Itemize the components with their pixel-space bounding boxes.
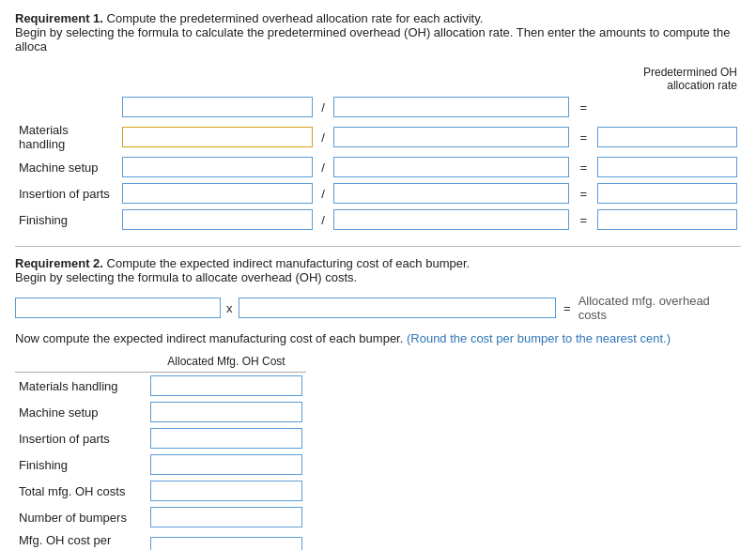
req2-col-header-row: Allocated Mfg. OH Cost bbox=[15, 353, 306, 373]
req2-row-bumpers: Number of bumpers bbox=[15, 504, 306, 530]
req1-result-materials[interactable] bbox=[597, 127, 737, 147]
req2-input-total[interactable] bbox=[150, 481, 302, 501]
req2-label-materials: Materials handling bbox=[15, 373, 147, 400]
req2-intro: Begin by selecting the formula to alloca… bbox=[15, 270, 741, 284]
req1-formula-input1[interactable] bbox=[122, 97, 313, 117]
req2-allocated-label: Allocated mfg. overhead costs bbox=[579, 294, 741, 322]
req1-label-finishing: Finishing bbox=[15, 206, 118, 233]
req2-input-finishing[interactable] bbox=[150, 454, 302, 475]
req2-title: Requirement 2. Compute the expected indi… bbox=[15, 256, 741, 270]
req1-formula-row: / = bbox=[15, 94, 741, 120]
req2-row-finishing: Finishing bbox=[15, 451, 306, 478]
req1-input1-machine[interactable] bbox=[122, 157, 313, 177]
req1-formula-input2[interactable] bbox=[333, 97, 569, 117]
req2-row-insertion: Insertion of parts bbox=[15, 425, 306, 451]
req1-table: Predetermined OH allocation rate / = Mat… bbox=[15, 63, 741, 233]
req2-label-finishing: Finishing bbox=[15, 451, 147, 478]
req1-slash: / bbox=[316, 94, 330, 120]
req1-label-machine: Machine setup bbox=[15, 154, 118, 180]
header-line1: Predetermined OH bbox=[597, 66, 737, 79]
req1-header-row: Predetermined OH allocation rate bbox=[15, 63, 741, 94]
req2-label-bumpers: Number of bumpers bbox=[15, 504, 147, 530]
req1-input2-machine[interactable] bbox=[333, 157, 569, 177]
req1-result-finishing[interactable] bbox=[597, 209, 737, 230]
req2-input-materials[interactable] bbox=[150, 375, 302, 396]
req1-row-insertion: Insertion of parts / = bbox=[15, 180, 741, 206]
req2-row-machine: Machine setup bbox=[15, 399, 306, 425]
req2-now-text: Now compute the expected indirect manufa… bbox=[15, 331, 741, 345]
req1-input2-finishing[interactable] bbox=[333, 209, 569, 230]
req2-formula-input2[interactable] bbox=[239, 298, 557, 318]
req2-label-machine: Machine setup bbox=[15, 399, 147, 425]
req2-times: x bbox=[226, 301, 233, 315]
req2-formula-input1[interactable] bbox=[15, 298, 221, 318]
req2-input-insertion[interactable] bbox=[150, 428, 302, 449]
divider1 bbox=[15, 246, 741, 247]
req1-input1-finishing[interactable] bbox=[122, 209, 313, 230]
req2-col-header: Allocated Mfg. OH Cost bbox=[147, 353, 306, 373]
req1-input2-materials[interactable] bbox=[333, 127, 569, 147]
req2-row-materials: Materials handling bbox=[15, 373, 306, 400]
req1-row-finishing: Finishing / = bbox=[15, 206, 741, 233]
req1-label-insertion: Insertion of parts bbox=[15, 180, 118, 206]
req1-result-machine[interactable] bbox=[597, 157, 737, 177]
header-line2: allocation rate bbox=[597, 79, 737, 92]
req2-input-bumpers[interactable] bbox=[150, 507, 302, 527]
req2-label-total: Total mfg. OH costs bbox=[15, 478, 147, 504]
req1-input1-insertion[interactable] bbox=[122, 183, 313, 204]
req1-row-materials: Materials handling / = bbox=[15, 120, 741, 154]
req2-formula-row: x = Allocated mfg. overhead costs bbox=[15, 294, 741, 322]
req2-label-insertion: Insertion of parts bbox=[15, 425, 147, 451]
req1-title: Requirement 1. Compute the predetermined… bbox=[15, 11, 741, 25]
req2-label-cost-per-bumper: Mfg. OH cost per bumper bbox=[15, 530, 147, 550]
req1-input1-materials[interactable] bbox=[122, 127, 313, 147]
req2-alloc-table: Allocated Mfg. OH Cost Materials handlin… bbox=[15, 353, 306, 550]
req2-eq: = bbox=[563, 301, 571, 315]
req1-label-materials: Materials handling bbox=[15, 120, 118, 154]
req2-row-total: Total mfg. OH costs bbox=[15, 478, 306, 504]
req2-input-cost-per-bumper[interactable] bbox=[150, 537, 302, 550]
req1-result-insertion[interactable] bbox=[597, 183, 737, 204]
req2-input-machine[interactable] bbox=[150, 402, 302, 422]
req2-row-cost-per-bumper: Mfg. OH cost per bumper bbox=[15, 530, 306, 550]
req1-eq: = bbox=[573, 94, 594, 120]
req1-row-machine: Machine setup / = bbox=[15, 154, 741, 180]
req1-intro: Begin by selecting the formula to calcul… bbox=[15, 25, 741, 53]
req1-input2-insertion[interactable] bbox=[333, 183, 569, 204]
